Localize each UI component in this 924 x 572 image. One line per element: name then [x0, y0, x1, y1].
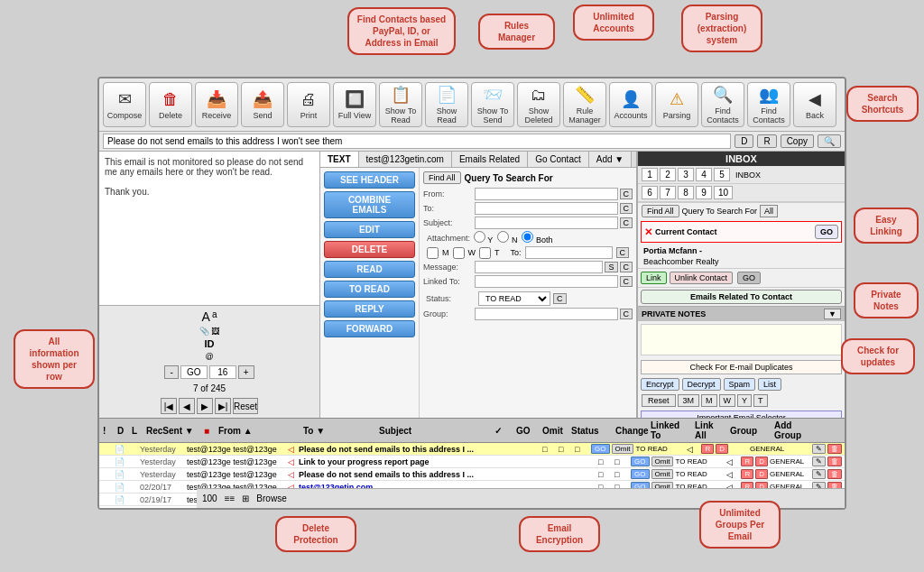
- row-d-btn[interactable]: D: [755, 457, 768, 466]
- full-view-button[interactable]: 🔲 Full View: [333, 82, 376, 127]
- show-read-button[interactable]: 📄 Show Read: [425, 82, 468, 127]
- read-button[interactable]: READ: [324, 261, 415, 278]
- page-5-btn[interactable]: 5: [714, 168, 730, 181]
- nav-icon-3[interactable]: ▶: [197, 398, 213, 414]
- linked-to-input[interactable]: [475, 275, 618, 288]
- page-7-btn[interactable]: 7: [660, 186, 676, 199]
- row-omit-btn[interactable]: Omit: [651, 457, 674, 466]
- encrypt-btn[interactable]: Encrypt: [641, 378, 679, 391]
- find-contacts2-button[interactable]: 👥 Find Contacts: [747, 82, 790, 127]
- private-notes-expand-btn[interactable]: ▼: [824, 309, 841, 319]
- page-2-btn[interactable]: 2: [660, 168, 676, 181]
- status-dropdown[interactable]: TO READ READ SENT: [478, 291, 550, 306]
- print-button[interactable]: 🖨 Print: [287, 82, 330, 127]
- col-add-group[interactable]: Add Group: [774, 420, 810, 440]
- show-deleted-button[interactable]: 🗂 Show Deleted: [517, 82, 560, 127]
- row-go-btn[interactable]: GO: [631, 469, 649, 479]
- col-recsent[interactable]: RecSent ▼: [146, 426, 200, 436]
- page-num-input[interactable]: [209, 365, 236, 379]
- row-edit-btn[interactable]: ✎: [812, 469, 826, 479]
- row-omit-btn[interactable]: Omit: [612, 444, 634, 454]
- linked-to-c-btn[interactable]: C: [620, 276, 633, 287]
- decrypt-btn[interactable]: Decrypt: [682, 378, 721, 391]
- find-contacts-button[interactable]: 🔍 Find Contacts: [701, 82, 744, 127]
- edit-button[interactable]: EDIT: [324, 221, 415, 238]
- nav-icon-1[interactable]: |◀: [161, 398, 177, 414]
- page-8-btn[interactable]: 8: [678, 186, 694, 199]
- page-6-btn[interactable]: 6: [642, 186, 658, 199]
- attach-n-radio[interactable]: [497, 231, 509, 243]
- copy-button[interactable]: Copy: [781, 134, 814, 148]
- from-input[interactable]: [475, 188, 618, 200]
- tab-text[interactable]: TEXT: [320, 152, 359, 167]
- nav-icon-4[interactable]: ▶|: [215, 398, 231, 414]
- page-10-btn[interactable]: 10: [714, 186, 733, 199]
- delete-button[interactable]: 🗑 Delete: [149, 82, 192, 127]
- reply-button[interactable]: REPLY: [324, 300, 415, 318]
- w-btn[interactable]: W: [719, 394, 736, 407]
- accounts-button[interactable]: 👤 Accounts: [609, 82, 652, 127]
- show-to-read-button[interactable]: 📋 Show To Read: [379, 82, 422, 127]
- page-3-btn[interactable]: 3: [678, 168, 694, 181]
- row-d-btn[interactable]: D: [755, 469, 768, 479]
- row-checkbox1[interactable]: □: [542, 445, 557, 454]
- show-to-send-button[interactable]: 📨 Show To Send: [471, 82, 514, 127]
- d-button[interactable]: D: [735, 134, 753, 148]
- go-input[interactable]: [180, 365, 208, 379]
- important-selector-btn[interactable]: Important Email Selector: [641, 411, 842, 418]
- search-button[interactable]: 🔍: [818, 134, 841, 148]
- table-row[interactable]: 📄 Yesterday test@123ge test@123ge ◁ Link…: [99, 456, 845, 468]
- to-input[interactable]: [475, 202, 618, 215]
- check-duplicates-btn[interactable]: Check For E-mail Duplicates: [641, 360, 842, 374]
- nav-icon-2[interactable]: ◀: [179, 398, 195, 414]
- status-c-btn[interactable]: C: [553, 293, 567, 304]
- to-c-btn2[interactable]: C: [616, 247, 630, 258]
- group-c-btn[interactable]: C: [620, 309, 633, 319]
- group-input[interactable]: [475, 308, 618, 320]
- row-checkbox2[interactable]: □: [614, 457, 629, 466]
- row-edit-btn[interactable]: ✎: [812, 444, 826, 454]
- tab-emails-related[interactable]: Emails Related: [452, 152, 528, 167]
- col-from[interactable]: From ▲: [218, 426, 300, 436]
- from-c-btn[interactable]: C: [620, 189, 633, 199]
- w-checkbox[interactable]: [453, 247, 465, 259]
- row-checkbox2[interactable]: □: [614, 470, 629, 479]
- font-size-icon[interactable]: A: [202, 309, 210, 324]
- y-btn[interactable]: Y: [737, 394, 752, 407]
- nav-prev-button[interactable]: -: [164, 365, 178, 379]
- private-notes-content[interactable]: [641, 324, 842, 355]
- row-delete-btn[interactable]: 🗑: [827, 469, 842, 479]
- attach-both-radio[interactable]: [522, 231, 533, 243]
- message-c-btn[interactable]: C: [620, 262, 633, 272]
- all-btn[interactable]: All: [760, 205, 778, 217]
- delete-email-button[interactable]: DELETE: [324, 241, 415, 258]
- table-row[interactable]: 📄 Yesterday test@123ge test@123ge ◁ Plea…: [99, 468, 845, 481]
- row-checkbox2[interactable]: □: [559, 445, 573, 454]
- row-edit-btn[interactable]: ✎: [812, 457, 826, 466]
- to-input2[interactable]: [525, 246, 613, 259]
- 3m-btn[interactable]: 3M: [678, 394, 700, 407]
- m-btn[interactable]: M: [701, 394, 717, 407]
- page-1-btn[interactable]: 1: [642, 168, 658, 181]
- subject-input[interactable]: [475, 217, 618, 229]
- r-button[interactable]: R: [757, 134, 776, 148]
- forward-button[interactable]: FORWARD: [324, 320, 415, 337]
- col-to[interactable]: To ▼: [303, 426, 375, 436]
- link-btn[interactable]: Link: [641, 272, 667, 284]
- subject-c-btn[interactable]: C: [620, 217, 633, 228]
- to-read-button[interactable]: TO READ: [324, 281, 415, 298]
- back-button[interactable]: ◀ Back: [793, 82, 836, 127]
- page-4-btn[interactable]: 4: [696, 168, 712, 181]
- send-button[interactable]: 📤 Send: [241, 82, 284, 127]
- tab-add[interactable]: Add ▼: [589, 152, 632, 167]
- col-go[interactable]: GO: [516, 426, 539, 436]
- m-checkbox[interactable]: [427, 247, 439, 259]
- t-checkbox[interactable]: [479, 247, 491, 259]
- col-omit[interactable]: Omit: [542, 426, 568, 436]
- to-c-btn[interactable]: C: [620, 203, 633, 214]
- go-contact-btn[interactable]: GO: [815, 225, 838, 239]
- col-change[interactable]: Change: [615, 426, 647, 436]
- tab-go-contact[interactable]: Go Contact: [528, 152, 589, 167]
- email-subject-input[interactable]: [103, 134, 731, 149]
- receive-button[interactable]: 📥 Receive: [195, 82, 238, 127]
